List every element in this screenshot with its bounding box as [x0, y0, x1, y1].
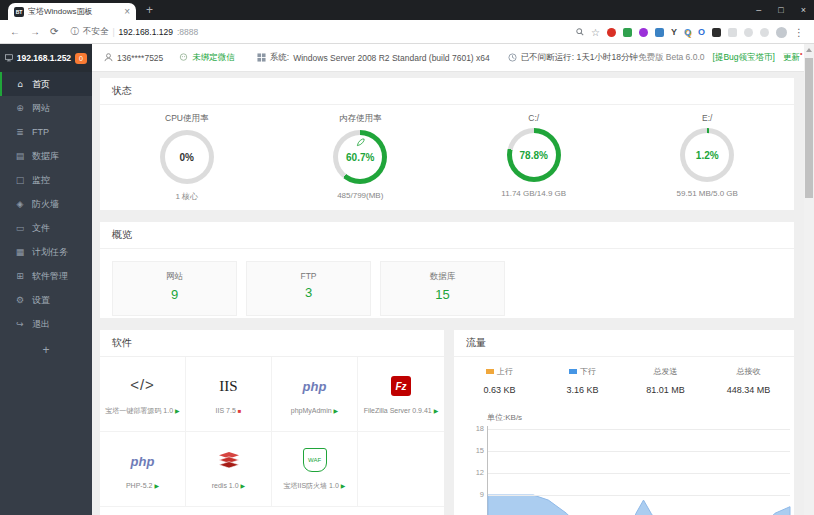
extension-disabled-icon-1[interactable] — [728, 28, 737, 37]
software-grid: </> 宝塔一键部署源码 1.0▶ IIS IIS 7.5■ php phpMy… — [100, 357, 444, 507]
sidebar-item-software[interactable]: ⊞ 软件管理 — [0, 264, 92, 288]
overview-card-title: 概览 — [100, 222, 794, 249]
reload-icon[interactable]: ⟳ — [50, 26, 58, 37]
screen: BT 宝塔Windows面板 × + – □ × ← → ⟳ ⓘ 不安全 | 1… — [0, 0, 814, 515]
software-item-iis[interactable]: IIS IIS 7.5■ — [186, 357, 272, 432]
software-item-filezilla[interactable]: Fz FileZilla Server 0.9.41▶ — [358, 357, 444, 432]
software-item-redis[interactable]: redis 1.0▶ — [186, 432, 272, 507]
shield-icon: ◈ — [15, 199, 25, 209]
browser-menu-icon[interactable]: ⋮ — [794, 27, 804, 38]
address-bar[interactable]: ⓘ 不安全 | 192.168.1.129 :8888 — [70, 26, 198, 38]
home-icon: ⌂ — [15, 79, 25, 89]
page-scrollbar[interactable] — [804, 44, 814, 515]
overview-ftp-box[interactable]: FTP 3 — [246, 261, 371, 316]
sidebar-label: FTP — [32, 127, 49, 137]
software-item-phpmyadmin[interactable]: php phpMyAdmin▶ — [272, 357, 358, 432]
new-tab-button[interactable]: + — [146, 3, 153, 17]
sidebar-item-sites[interactable]: ⊕ 网站 — [0, 96, 92, 120]
extension-green-icon[interactable] — [623, 28, 632, 37]
gauge-label: E:/ — [621, 113, 795, 123]
overview-sites-box[interactable]: 网站 9 — [112, 261, 237, 316]
chart-tick-label: 9 — [460, 490, 484, 499]
sidebar-item-ftp[interactable]: ≣ FTP — [0, 120, 92, 144]
php-icon: php — [303, 379, 327, 394]
system-value: Windows Server 2008 R2 Standard (build 7… — [293, 53, 490, 63]
tab-close-icon[interactable]: × — [124, 7, 130, 17]
chart-gridline — [488, 451, 790, 452]
sidebar-item-settings[interactable]: ⚙ 设置 — [0, 288, 92, 312]
total-sent-value: 81.01 MB — [624, 385, 707, 395]
browser-tab[interactable]: BT 宝塔Windows面板 × — [8, 3, 136, 20]
overview-label: FTP — [247, 271, 370, 281]
toolbar-icons: ☆ Y Q O ⋮ — [576, 20, 804, 44]
disk-c-value: 78.8% — [507, 128, 561, 182]
software-item-php52[interactable]: php PHP-5.2▶ — [100, 432, 186, 507]
extension-disabled-icon-3[interactable] — [760, 28, 769, 37]
globe-icon: ⊕ — [15, 103, 25, 113]
stopped-icon: ■ — [238, 408, 242, 414]
code-icon: </> — [130, 376, 155, 393]
extension-q-icon[interactable]: Q — [684, 28, 691, 37]
chart-gridline — [488, 495, 790, 496]
extension-blue-icon[interactable] — [655, 28, 664, 37]
sidebar-add-button[interactable]: + — [0, 343, 92, 357]
extension-dark-icon[interactable] — [712, 28, 721, 37]
disk-c-sub: 11.74 GB/14.9 GB — [447, 189, 621, 198]
zoom-search-icon[interactable] — [576, 28, 584, 36]
traffic-total-received: 总接收 448.34 MB — [707, 366, 790, 395]
sidebar-item-firewall[interactable]: ◈ 防火墙 — [0, 192, 92, 216]
overview-value: 15 — [381, 287, 504, 302]
bug-reward-link[interactable]: [提Bug领宝塔币] — [713, 52, 775, 64]
sidebar-item-cron[interactable]: ▦ 计划任务 — [0, 240, 92, 264]
user-info[interactable]: 136****7525 — [104, 53, 163, 63]
traffic-card-title: 流量 — [454, 330, 794, 357]
extension-purple-icon[interactable] — [639, 28, 648, 37]
extension-adblock-icon[interactable] — [607, 28, 616, 37]
scrollbar-thumb[interactable] — [805, 58, 813, 198]
gauge-label: 内存使用率 — [274, 113, 448, 125]
traffic-down: 下行 3.16 KB — [541, 366, 624, 395]
panel-logo[interactable]: 192.168.1.252 0 — [0, 44, 92, 72]
security-info-icon[interactable]: ⓘ — [70, 26, 79, 38]
software-card-title: 软件 — [100, 330, 444, 357]
server-ip: 192.168.1.252 — [17, 53, 71, 63]
sidebar-label: 网站 — [32, 102, 50, 115]
wechat-bind-link[interactable]: 未绑定微信 — [179, 52, 235, 64]
profile-avatar[interactable] — [776, 27, 787, 38]
message-count-badge[interactable]: 0 — [75, 53, 87, 64]
update-link[interactable]: 更新• — [783, 52, 802, 64]
software-item-deploy[interactable]: </> 宝塔一键部署源码 1.0▶ — [100, 357, 186, 432]
waf-shield-icon: WAF — [303, 448, 327, 472]
clock-icon — [508, 53, 517, 62]
scrollbar-up-arrow[interactable] — [806, 48, 812, 52]
disk-c-gauge: C:/ 78.8% 11.74 GB/14.9 GB — [447, 113, 621, 202]
running-icon: ▶ — [334, 407, 339, 414]
overview-card: 概览 网站 9 FTP 3 数据库 15 — [100, 222, 794, 318]
monitor-screen-icon: □ — [15, 175, 25, 185]
gauge-label: CPU使用率 — [100, 113, 274, 125]
extension-filter-icon[interactable]: Y — [671, 28, 677, 37]
window-minimize-button[interactable]: – — [756, 5, 761, 15]
sidebar-item-monitor[interactable]: □ 监控 — [0, 168, 92, 192]
back-icon[interactable]: ← — [10, 26, 20, 37]
chart-gridline — [488, 473, 790, 474]
chart-tick-label: 15 — [460, 446, 484, 455]
running-icon: ▶ — [175, 407, 180, 414]
software-item-waf[interactable]: WAF 宝塔IIS防火墙 1.0▶ — [272, 432, 358, 507]
sidebar-item-logout[interactable]: ↪ 退出 — [0, 312, 92, 336]
window-close-button[interactable]: × — [801, 5, 806, 15]
sidebar-label: 软件管理 — [32, 270, 68, 283]
bookmark-star-icon[interactable]: ☆ — [591, 27, 600, 38]
traffic-total-sent: 总发送 81.01 MB — [624, 366, 707, 395]
sidebar-item-home[interactable]: ⌂ 首页 — [0, 72, 92, 96]
extension-o-icon[interactable]: O — [698, 28, 705, 37]
wechat-bind-text: 未绑定微信 — [192, 52, 235, 64]
sidebar-item-database[interactable]: ▤ 数据库 — [0, 144, 92, 168]
forward-icon[interactable]: → — [30, 26, 40, 37]
window-maximize-button[interactable]: □ — [778, 5, 783, 15]
disk-c-ring: 78.8% — [507, 128, 561, 182]
traffic-stats: 上行 0.63 KB 下行 3.16 KB 总发送 81.01 MB 总接收 4… — [454, 357, 794, 395]
overview-database-box[interactable]: 数据库 15 — [380, 261, 505, 316]
sidebar-item-files[interactable]: ▭ 文件 — [0, 216, 92, 240]
extension-disabled-icon-2[interactable] — [744, 28, 753, 37]
